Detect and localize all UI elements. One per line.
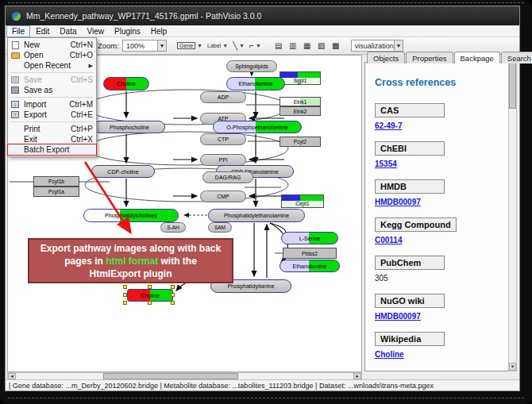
section-header: CAS	[375, 103, 445, 117]
node-s-ah[interactable]: S-AH	[160, 222, 186, 233]
chevron-down-icon[interactable]: ▼	[157, 40, 166, 51]
node-cept1[interactable]: Cept1	[281, 194, 324, 208]
file-menu-print[interactable]: PrintCtrl+P	[8, 124, 96, 134]
menu-data[interactable]: Data	[55, 26, 81, 37]
cross-reference-link[interactable]: HMDB00097	[375, 198, 421, 206]
selection-handle[interactable]	[148, 285, 152, 289]
node-cmp[interactable]: CMP	[200, 190, 246, 202]
chevron-down-icon[interactable]: ▼	[256, 43, 261, 48]
cross-reference-link[interactable]: 15354	[375, 160, 397, 168]
draw-line-button[interactable]: ╲▼	[230, 39, 247, 52]
node-ppi[interactable]: PPi	[200, 154, 246, 166]
tab-search[interactable]: Search	[501, 52, 532, 63]
file-menu-import[interactable]: ↓ ImportCtrl+M	[8, 99, 96, 110]
tab-properties[interactable]: Properties	[406, 52, 453, 63]
node-sphingolipids[interactable]: Sphingolipids	[226, 60, 277, 72]
title-bar[interactable]: Mm_Kennedy_pathway_WP1771_45176.gpml - P…	[6, 6, 519, 25]
align-middle-icon: ▥	[289, 41, 296, 50]
selection-handle[interactable]	[123, 293, 127, 297]
chevron-down-icon[interactable]: ▼	[222, 43, 228, 48]
section-header: HMDB	[375, 179, 445, 194]
node-pcyt1a[interactable]: Pcyt1a	[33, 187, 79, 197]
scroll-left-icon[interactable]: ◄	[8, 373, 16, 379]
node-adp[interactable]: ADP	[200, 91, 246, 103]
scrollbar-thumb[interactable]	[509, 61, 516, 109]
node-choline-selected[interactable]: Choline	[127, 289, 173, 302]
node-pcyt2[interactable]: Pcyt2	[279, 137, 321, 147]
node-phosphatidylethanolamine[interactable]: Phosphatidylethanolamine	[208, 209, 305, 222]
screenshot-frame: Mm_Kennedy_pathway_WP1771_45176.gpml - P…	[0, 0, 532, 404]
window-title: Mm_Kennedy_pathway_WP1771_45176.gpml - P…	[26, 11, 261, 21]
menu-edit[interactable]: Edit	[31, 26, 54, 37]
align-middle-button[interactable]: ▥	[286, 39, 300, 52]
stack-icon: ▩	[332, 41, 339, 50]
chevron-down-icon[interactable]: ▼	[197, 43, 202, 48]
annotation-callout: Export pathway images along with back pa…	[28, 238, 233, 283]
node-ethanolamine[interactable]: Ethanolamine	[226, 77, 285, 90]
node-o-phosphoethanolamine[interactable]: O-Phosphoethanolamine	[213, 121, 302, 133]
file-menu-batch-export[interactable]: Batch Export	[8, 144, 96, 155]
visualization-combobox[interactable]: visualization ▼	[351, 40, 403, 52]
draw-connector-button[interactable]: ⌐▼	[247, 39, 264, 52]
node-dag[interactable]: DAG/RAG	[202, 171, 253, 183]
tab-backpage[interactable]: Backpage	[454, 52, 500, 63]
file-menu-exit[interactable]: ExitCtrl+X	[8, 134, 96, 144]
node-etnk1[interactable]: Etnk1	[279, 97, 321, 106]
node-cdp-choline[interactable]: CDP-choline	[91, 165, 155, 178]
node-l-serine[interactable]: L-Serine	[281, 232, 338, 244]
node-phosphocholine[interactable]: Phosphocholine	[94, 121, 165, 133]
node-ctp[interactable]: CTP	[200, 133, 246, 145]
align-center-button[interactable]: ▤	[272, 39, 286, 52]
status-text: | Gene database: ...m_Derby_20120602.bri…	[9, 382, 434, 390]
chevron-down-icon[interactable]: ▼	[239, 43, 245, 48]
side-panel-scrollbar[interactable]: ▲ ▼	[508, 52, 517, 371]
annotation-line1: Export pathway images along with back	[40, 242, 221, 255]
add-label-button[interactable]: Label▼	[205, 39, 230, 52]
zoom-value: 100%	[126, 42, 145, 50]
expression-data-heading: Expression data	[375, 369, 508, 371]
cross-reference-link[interactable]: 62-49-7	[375, 121, 402, 130]
menu-help[interactable]: Help	[146, 26, 172, 37]
section-header: Wikipedia	[375, 332, 445, 346]
scrollbar-thumb[interactable]	[103, 373, 238, 379]
menu-file[interactable]: File	[6, 25, 30, 37]
chevron-down-icon[interactable]: ▼	[394, 40, 403, 51]
file-menu-save-as[interactable]: Save as	[8, 85, 96, 95]
file-menu-save[interactable]: SaveCtrl+S	[8, 75, 96, 85]
selection-handle[interactable]	[123, 301, 127, 305]
cross-reference-link[interactable]: HMDB00097	[375, 312, 421, 321]
node-sam[interactable]: SAM	[208, 222, 232, 233]
selection-handle[interactable]	[171, 301, 175, 305]
scroll-right-icon[interactable]: ►	[353, 373, 361, 379]
node-pcyt1b[interactable]: Pcyt1b	[33, 176, 79, 187]
selection-handle[interactable]	[148, 301, 152, 305]
selection-handle[interactable]	[123, 285, 127, 289]
file-menu-open-recent[interactable]: Open Recent▶	[8, 60, 96, 71]
selection-handle[interactable]	[171, 293, 175, 297]
scroll-down-icon[interactable]: ▼	[509, 363, 516, 371]
distribute-horizontal-button[interactable]: ▦	[300, 39, 314, 52]
distribute-vertical-button[interactable]: ▧	[314, 39, 329, 52]
tab-objects[interactable]: Objects	[367, 52, 405, 63]
file-menu-new[interactable]: NewCtrl+N	[8, 40, 96, 50]
file-menu-open[interactable]: OpenCtrl+O	[8, 50, 96, 60]
zoom-combobox[interactable]: 100% ▼	[122, 40, 167, 52]
stack-button[interactable]: ▩	[329, 39, 343, 52]
cross-reference-link[interactable]: Choline	[375, 350, 404, 359]
menu-view[interactable]: View	[82, 26, 109, 37]
node-phosphatidylcholines[interactable]: Phosphatidylcholines	[83, 209, 179, 222]
node-sgpl1[interactable]: Sgpl1	[279, 71, 321, 85]
node-choline[interactable]: Choline	[103, 77, 149, 90]
cross-reference-link[interactable]: C00114	[375, 236, 402, 244]
line-icon: ╲	[233, 41, 237, 50]
save-icon	[10, 76, 20, 84]
section-header: PubChem	[375, 256, 445, 270]
file-menu-export[interactable]: ↑ ExportCtrl+E	[8, 110, 96, 120]
selection-handle[interactable]	[171, 285, 175, 289]
node-ethanolamine-2[interactable]: Ethanolamine	[279, 260, 340, 272]
node-ptdss2[interactable]: Ptdss2	[283, 248, 337, 259]
frame-bottom-dash	[8, 398, 524, 398]
add-datanode-button[interactable]: Gene▼	[175, 39, 205, 52]
node-etnk2[interactable]: Etnk2	[279, 106, 321, 116]
menu-plugins[interactable]: Plugins	[110, 26, 145, 37]
